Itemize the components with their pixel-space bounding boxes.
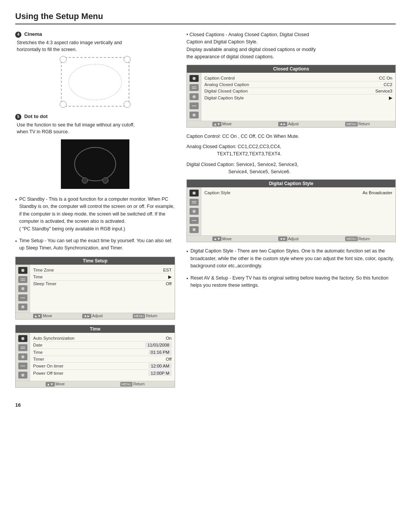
icon-settings xyxy=(18,294,27,301)
icon-screen2 xyxy=(18,353,27,360)
time-menu: Time Auto Synchronization On xyxy=(15,325,175,388)
dotdot-label: Dot to dot xyxy=(24,113,48,119)
footer-dcs-return: MENU Return xyxy=(345,236,370,241)
digital-caption-style-row: Digital Caption Style ▶ xyxy=(204,94,392,101)
time-setup-menu-rows: Time Zone EST Time ▶ Sleep Timer Off xyxy=(30,265,175,313)
footer-dcs-move: ▲▼ Move xyxy=(212,236,231,241)
cc-intro-line2: Caption and Digital Caption Style. xyxy=(186,39,258,45)
digital-caption-info: Digital Closed Caption: Service1, Servic… xyxy=(186,161,396,176)
cinema-number: 4 xyxy=(15,32,21,38)
time-setup-menu-footer: ▲▼ Move ◄► Adjust MENU Return xyxy=(16,313,175,319)
icon-tv2 xyxy=(18,335,27,342)
time-value-row: Time 01:16 PM xyxy=(33,349,172,356)
cc-intro-line1: • Closed Captions - Analog Closed Captio… xyxy=(186,32,309,37)
footer-return: MENU Return xyxy=(133,314,158,318)
auto-sync-row: Auto Synchronization On xyxy=(33,335,172,342)
dcs-icon-screen xyxy=(190,208,199,215)
cinema-section: 4 Cinema Stretches the 4:3 aspect ratio … xyxy=(15,31,175,107)
dcs-bullet-dot: • xyxy=(186,248,188,270)
caption-control-text: Caption Control: CC On , CC Off, CC On W… xyxy=(186,134,299,139)
footer-dcs-adjust: ◄► Adjust xyxy=(278,236,299,241)
time-menu-icons xyxy=(16,333,30,381)
icon-audio2 xyxy=(18,344,27,351)
time-setup-section: • Time Setup - You can set up the exact … xyxy=(15,237,175,252)
dot-to-dot-section: 5 Dot to dot Use the function to see the… xyxy=(15,113,175,189)
cc-icon-screen xyxy=(190,93,199,100)
cc-menu-icons xyxy=(187,73,201,121)
pc-standby-bullet-dot: • xyxy=(15,197,17,233)
dcs-menu-rows: Caption Style As Broadcaster xyxy=(201,187,395,235)
dcs-menu-icons xyxy=(187,187,201,235)
reset-av-text: Reset AV & Setup - Every TV has its orig… xyxy=(190,275,396,289)
cc-intro-line3: Display available analog and digital clo… xyxy=(186,47,316,52)
cc-icon-audio xyxy=(190,84,199,91)
dotdot-body2: when TV in RGB source. xyxy=(17,129,69,134)
cinema-label: Cinema xyxy=(24,31,42,37)
cinema-illustration xyxy=(15,57,175,107)
cc-menu-rows: Caption Control CC On Analog Closed Capt… xyxy=(201,73,395,121)
caption-control-row: Caption Control CC On xyxy=(204,75,392,81)
icon-settings2 xyxy=(18,363,27,369)
time-menu-title: Time xyxy=(16,325,175,333)
digital-caption-row: Digital Closed Caption Service3 xyxy=(204,88,392,94)
cc-icon-settings xyxy=(190,102,199,109)
time-setup-menu-icons xyxy=(16,265,30,313)
closed-captions-intro: • Closed Captions - Analog Closed Captio… xyxy=(186,31,396,61)
footer-move: ▲▼ Move xyxy=(33,314,52,318)
analog-caption-info: Analog Closed Caption: CC1,CC2,CC3,CC4, … xyxy=(186,143,396,158)
cinema-body2: horizontally to fill the screen. xyxy=(17,47,77,52)
dcs-menu-footer: ▲▼ Move ◄► Adjust MENU Return xyxy=(187,235,395,242)
time-row: Time ▶ xyxy=(33,273,172,281)
caption-style-row: Caption Style As Broadcaster xyxy=(204,190,392,196)
timer-row: Timer Off xyxy=(33,356,172,363)
cc-intro-line4: the appearance of digital closed caption… xyxy=(186,54,274,59)
page-title: Using the Setup Menu xyxy=(15,11,396,24)
reset-av-bullet: • Reset AV & Setup - Every TV has its or… xyxy=(186,275,396,289)
cc-menu-footer: ▲▼ Move ◄► Adjust MENU Return xyxy=(187,121,395,127)
footer-cc-move: ▲▼ Move xyxy=(212,122,231,126)
caption-control-info: Caption Control: CC On , CC Off, CC On W… xyxy=(186,133,396,140)
digital-caption-style-menu: Digital Caption Style Caption Style As B… xyxy=(186,179,396,242)
closed-captions-menu-title: Closed Captions xyxy=(187,65,395,73)
dcs-bullet: • Digital Caption Style - There are two … xyxy=(186,248,396,270)
dcs-icon-settings xyxy=(190,217,199,224)
time-zone-row: Time Zone EST xyxy=(33,267,172,273)
analog-caption-row: Analog Closed Caption CC2 xyxy=(204,81,392,88)
dotdot-illustration xyxy=(15,139,175,189)
dotdot-body1: Use the function to see the full image w… xyxy=(17,122,135,128)
time-setup-menu-title: Time Setup xyxy=(16,257,175,265)
icon-audio xyxy=(18,276,27,283)
closed-captions-menu: Closed Captions Caption Control CC On xyxy=(186,65,396,128)
footer-move2: ▲▼ Move xyxy=(46,382,65,387)
footer-cc-return: MENU Return xyxy=(345,122,370,126)
analog-caption-text1: Analog Closed Caption: CC1,CC2,CC3,CC4, xyxy=(186,144,281,149)
footer-adjust: ◄► Adjust xyxy=(82,314,103,318)
cc-icon-tv xyxy=(190,75,199,82)
date-row: Date 11/01/2008 xyxy=(33,342,172,349)
cc-icon-time xyxy=(190,112,199,118)
icon-time2 xyxy=(18,372,27,379)
icon-tv xyxy=(18,267,27,274)
icon-screen xyxy=(18,285,27,292)
dotdot-number: 5 xyxy=(15,114,21,120)
power-off-row: Power Off timer 12:00P M xyxy=(33,370,172,377)
cinema-body1: Stretches the 4:3 aspect ratio image ver… xyxy=(17,40,122,45)
time-setup-bullet-dot: • xyxy=(15,238,17,252)
footer-cc-adjust: ◄► Adjust xyxy=(278,122,299,126)
sleep-timer-row: Sleep Timer Off xyxy=(33,281,172,287)
icon-time xyxy=(18,304,27,310)
reset-av-bullet-dot: • xyxy=(186,275,188,289)
dcs-icon-audio xyxy=(190,199,199,206)
dcs-icon-time xyxy=(190,226,199,233)
dcs-icon-tv xyxy=(190,190,199,197)
footer-return2: MENU Return xyxy=(120,382,145,387)
time-setup-text: Time Setup - You can set up the exact ti… xyxy=(19,237,175,252)
time-menu-rows: Auto Synchronization On Date 11/01/2008 … xyxy=(30,333,175,381)
pc-standby-note: ( "PC Standby" being only available in R… xyxy=(19,226,125,232)
analog-caption-text2: TEXT1,TEXT2,TEXT3,TEXT4. xyxy=(217,151,281,157)
time-setup-menu: Time Setup Time Zone EST xyxy=(15,257,175,320)
pc-standby-section: • PC Standby - This is a good function f… xyxy=(15,196,175,233)
pc-standby-text: PC Standby - This is a good function for… xyxy=(19,197,174,224)
page-number: 16 xyxy=(15,402,396,408)
digital-caption-text1: Digital Closed Caption: Service1, Servic… xyxy=(186,162,298,167)
